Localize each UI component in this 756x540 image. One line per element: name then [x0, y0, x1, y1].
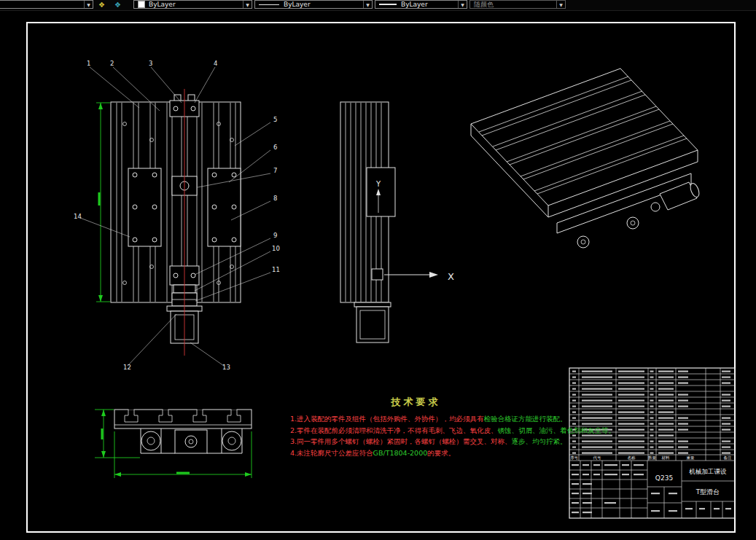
- make-object-layer-current-button[interactable]: ❖: [95, 0, 109, 9]
- bom-header-row: 序号代号名称数量材料重量备注: [570, 455, 732, 461]
- bom-header-4: 数量: [648, 455, 657, 460]
- callout-label-14: 14: [74, 213, 82, 220]
- color-combo-value: ByLayer: [149, 1, 176, 8]
- tech-note-4: 4.未注轮廓尺寸公差应符合GB/T1804-2000的要求。: [290, 447, 542, 459]
- lineweight-preview-icon: [379, 4, 397, 5]
- cad-application-window: ▼ ❖ ❖ ByLayer ▼ ByLayer ▼ ByLayer: [0, 0, 756, 540]
- isometric-view: [471, 69, 701, 248]
- drawing-name: T型滑台: [695, 488, 720, 496]
- unit-name: 机械加工课设: [689, 468, 728, 475]
- properties-toolbar: ▼ ❖ ❖ ByLayer ▼ ByLayer ▼ ByLayer: [0, 0, 756, 11]
- iso-foot: [577, 236, 589, 248]
- technical-requirements: 技术要求 1.进入装配的零件及组件（包括外购件、外协件），均必须具有检验合格证方…: [290, 396, 542, 458]
- callout-label-10: 10: [272, 245, 280, 252]
- title-block: 序号代号名称数量材料重量备注 Q235 机械加工课设 T型滑台: [569, 368, 735, 518]
- layer-properties-button[interactable]: ❖: [111, 0, 125, 9]
- section-dimensions: [95, 410, 252, 478]
- tech-note-3: 3.同一零件用多个螺钉（螺栓）紧固时，各螺钉（螺栓）需交叉、对称、逐步、均匀拧紧…: [290, 436, 542, 447]
- chevron-down-icon[interactable]: ▼: [84, 1, 93, 8]
- material-value: Q235: [655, 474, 673, 482]
- lineweight-combo-value: ByLayer: [401, 1, 428, 8]
- technical-requirements-title: 技术要求: [290, 396, 542, 409]
- title-block-border: [569, 368, 735, 518]
- ucs-origin: [372, 269, 383, 280]
- linetype-combo-value: ByLayer: [284, 1, 311, 8]
- chevron-down-icon[interactable]: ▼: [243, 1, 252, 8]
- dimension-text: [101, 429, 104, 439]
- left-roller-bracket: [141, 429, 161, 453]
- x-axis-label: X: [448, 271, 454, 282]
- table-thickness: [471, 124, 698, 217]
- front-view: [111, 89, 241, 356]
- front-view-dimension: [96, 103, 110, 302]
- callout-label-12: 12: [123, 364, 131, 371]
- bom-header-2: 代号: [593, 455, 602, 460]
- lineweight-combo[interactable]: ByLayer ▼: [375, 0, 467, 9]
- callout-label-3: 3: [149, 60, 152, 67]
- callout-label-1: 1: [87, 60, 90, 67]
- bom-header-6: 重量: [687, 455, 695, 460]
- left-carriage: [128, 168, 161, 246]
- bom-header-7: 备注: [724, 455, 733, 460]
- callout-label-6: 6: [273, 144, 277, 151]
- motor-flange-side: [354, 302, 391, 307]
- bom-header-3: 名称: [628, 455, 636, 460]
- center-nut-block: [175, 430, 207, 453]
- layer-state-icons: [0, 1, 84, 8]
- callout-label-2: 2: [110, 60, 114, 67]
- technical-requirements-notes: 1.进入装配的零件及组件（包括外购件、外协件），均必须具有检验合格证方能进行装配…: [290, 413, 542, 458]
- callout-label-5: 5: [273, 116, 277, 123]
- callout-label-4: 4: [214, 60, 217, 67]
- iso-coupling: [651, 203, 660, 211]
- tech-note-2: 2.零件在装配前必须清理和清洗干净，不得有毛刺、飞边、氧化皮、锈蚀、切屑、油污、…: [290, 425, 542, 437]
- plotstyle-combo: 随颜色 ▼: [469, 0, 566, 9]
- color-combo[interactable]: ByLayer ▼: [133, 0, 252, 9]
- layer-combo[interactable]: ▼: [0, 0, 93, 9]
- tech-note-1: 1.进入装配的零件及组件（包括外购件、外协件），均必须具有检验合格证方能进行装配…: [290, 413, 542, 425]
- dimension-text: [98, 192, 101, 206]
- section-view: [95, 409, 252, 478]
- bom-header-1: 序号: [570, 455, 579, 461]
- bom-header-5: 材料: [661, 455, 671, 461]
- callout-label-11: 11: [272, 266, 280, 273]
- callout-label-13: 13: [222, 364, 230, 371]
- iso-grooves: [479, 77, 687, 194]
- left-roller: [141, 431, 160, 450]
- right-roller-bracket: [222, 429, 242, 453]
- chevron-down-icon: ▼: [556, 1, 565, 8]
- layers-icon: ❖: [98, 1, 105, 9]
- bom-rows: [572, 371, 730, 454]
- cad-canvas[interactable]: 1 2 3 4 5 6 7 8 9 10 11 12 13 14 Y: [0, 0, 756, 540]
- linetype-combo[interactable]: ByLayer ▼: [254, 0, 373, 9]
- right-roller: [222, 431, 241, 450]
- iso-foot: [627, 217, 639, 229]
- callout-label-7: 7: [273, 167, 277, 174]
- y-axis-label: Y: [375, 180, 381, 188]
- chevron-down-icon[interactable]: ▼: [363, 1, 372, 8]
- t-slot-profiles: [125, 410, 241, 422]
- motor-body-side: [356, 307, 389, 343]
- color-swatch-icon: [138, 1, 145, 8]
- linetype-preview-icon: [259, 4, 279, 5]
- layer-stack-icon: ❖: [114, 1, 121, 9]
- chevron-down-icon[interactable]: ▼: [458, 1, 467, 8]
- callout-label-8: 8: [273, 195, 277, 202]
- plotstyle-combo-value: 随颜色: [474, 0, 494, 9]
- side-view: Y X: [340, 102, 454, 343]
- ucs-box: [367, 168, 395, 216]
- dimension-text: [176, 472, 190, 474]
- iso-base-assembly: [557, 173, 701, 248]
- callout-label-9: 9: [273, 232, 277, 239]
